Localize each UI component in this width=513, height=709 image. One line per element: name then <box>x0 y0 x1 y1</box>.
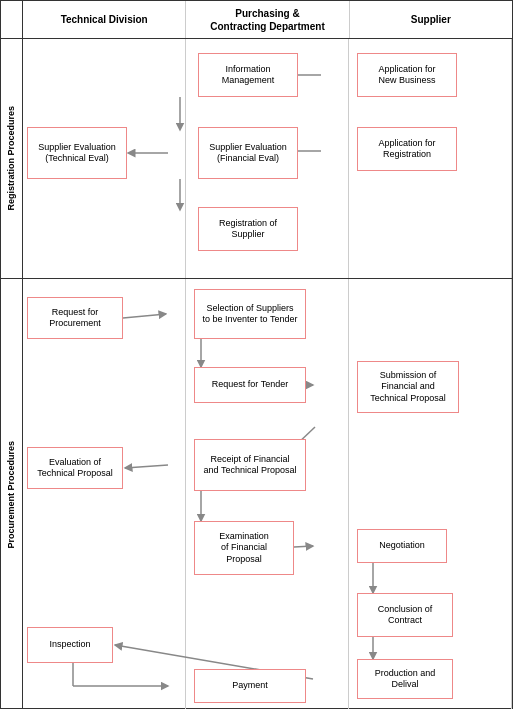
reg-col2: InformationManagement Supplier Evaluatio… <box>186 39 349 278</box>
registration-section: Supplier Evaluation(Technical Eval) Info… <box>23 39 512 279</box>
box-info-mgmt: InformationManagement <box>198 53 298 97</box>
reg-col1: Supplier Evaluation(Technical Eval) <box>23 39 186 278</box>
diagram-wrapper: Technical Division Purchasing &Contracti… <box>0 0 513 709</box>
col-header-supplier: Supplier <box>350 1 512 38</box>
box-conclusion-contract: Conclusion ofContract <box>357 593 453 637</box>
box-supplier-eval-tech: Supplier Evaluation(Technical Eval) <box>27 127 127 179</box>
proc-col1: Request forProcurement Evaluation ofTech… <box>23 279 186 709</box>
box-submission-proposal: Submission ofFinancial andTechnical Prop… <box>357 361 459 413</box>
box-production-delival: Production andDelival <box>357 659 453 699</box>
box-reg-supplier: Registration ofSupplier <box>198 207 298 251</box>
box-exam-fin-proposal: Examinationof FinancialProposal <box>194 521 294 575</box>
box-payment: Payment <box>194 669 306 703</box>
col-header-tech: Technical Division <box>23 1 186 38</box>
box-app-reg: Application forRegistration <box>357 127 457 171</box>
procurement-section: Request forProcurement Evaluation ofTech… <box>23 279 512 709</box>
box-req-procurement: Request forProcurement <box>27 297 123 339</box>
box-selection-suppliers: Selection of Suppliersto be Inventer to … <box>194 289 306 339</box>
proc-col3: Submission ofFinancial andTechnical Prop… <box>349 279 512 709</box>
box-inspection: Inspection <box>27 627 113 663</box>
proc-col2: Selection of Suppliersto be Inventer to … <box>186 279 349 709</box>
registration-label: Registration Procedures <box>6 106 17 211</box>
side-header <box>1 1 23 38</box>
columns-content: Supplier Evaluation(Technical Eval) Info… <box>23 39 512 709</box>
procurement-label: Procurement Procedures <box>6 441 17 549</box>
side-label-registration: Registration Procedures <box>1 39 22 279</box>
reg-col3: Application forNew Business Application … <box>349 39 512 278</box>
box-receipt-proposal: Receipt of Financialand Technical Propos… <box>194 439 306 491</box>
box-eval-tech-proposal: Evaluation ofTechnical Proposal <box>27 447 123 489</box>
col-header-purchasing: Purchasing &Contracting Department <box>186 1 349 38</box>
box-negotiation: Negotiation <box>357 529 447 563</box>
side-labels: Registration Procedures Procurement Proc… <box>1 39 23 709</box>
box-supplier-eval-fin: Supplier Evaluation(Financial Eval) <box>198 127 298 179</box>
box-app-new-biz: Application forNew Business <box>357 53 457 97</box>
column-headers: Technical Division Purchasing &Contracti… <box>1 1 512 39</box>
main-content: Registration Procedures Procurement Proc… <box>1 39 512 709</box>
side-label-procurement: Procurement Procedures <box>1 279 22 709</box>
box-req-tender: Request for Tender <box>194 367 306 403</box>
